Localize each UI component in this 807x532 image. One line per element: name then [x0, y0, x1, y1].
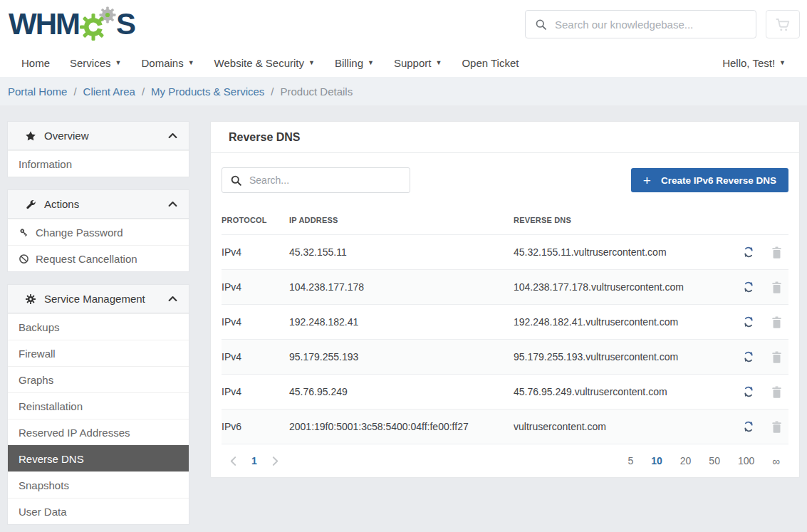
caret-down-icon: ▼: [368, 60, 374, 66]
breadcrumb-client-area[interactable]: Client Area: [83, 85, 135, 98]
pagination: 1 5 10 20 50 100 ∞: [222, 444, 788, 477]
sidebar-item-change-password[interactable]: Change Password: [8, 219, 189, 245]
nav-item-open-ticket[interactable]: Open Ticket: [462, 57, 519, 69]
nav-item-home[interactable]: Home: [21, 57, 50, 69]
cell-reverse-dns: 104.238.177.178.vultrusercontent.com: [514, 281, 720, 293]
table-row: IPv4 45.76.95.249 45.76.95.249.vultruser…: [222, 374, 788, 409]
caret-down-icon: ▼: [188, 60, 194, 66]
breadcrumb-portal-home[interactable]: Portal Home: [8, 85, 67, 98]
create-ipv6-reverse-dns-button[interactable]: + Create IPv6 Reverse DNS: [631, 168, 788, 192]
sidebar-item-information[interactable]: Information: [8, 150, 189, 177]
sidebar-item-reinstallation[interactable]: Reinstallation: [8, 392, 189, 419]
nav-item-billing[interactable]: Billing ▼: [335, 57, 374, 69]
reverse-dns-card: Reverse DNS + Create IPv6 Reverse DNS: [210, 121, 800, 478]
cart-button[interactable]: [766, 10, 800, 38]
table-row: IPv4 192.248.182.41 192.248.182.41.vultr…: [222, 304, 788, 339]
delete-button[interactable]: [771, 385, 783, 399]
cell-protocol: IPv4: [222, 316, 289, 328]
nav-item-website-security[interactable]: Website & Security ▼: [214, 57, 315, 69]
trash-icon: [771, 246, 783, 259]
refresh-button[interactable]: [741, 280, 756, 294]
table-row: IPv6 2001:19f0:5001:3c58:5400:04ff:fe00:…: [222, 409, 788, 444]
cell-reverse-dns: 45.32.155.11.vultrusercontent.com: [514, 246, 720, 258]
sidebar-item-snapshots[interactable]: Snapshots: [8, 471, 189, 498]
key-icon: [19, 227, 29, 238]
sidebar: Overview Information Actions: [7, 121, 189, 532]
knowledgebase-search-input[interactable]: [555, 19, 746, 31]
refresh-button[interactable]: [741, 315, 756, 329]
chevron-up-icon: [168, 201, 177, 207]
refresh-button[interactable]: [741, 350, 756, 364]
table-toolbar: + Create IPv6 Reverse DNS: [222, 167, 788, 193]
cell-ip-address: 2001:19f0:5001:3c58:5400:04ff:fe00:ff27: [289, 421, 514, 432]
service-management-panel-header[interactable]: Service Management: [8, 285, 189, 313]
table-search-input[interactable]: [249, 174, 402, 186]
cell-ip-address: 45.76.95.249: [289, 386, 514, 397]
actions-panel-header[interactable]: Actions: [8, 190, 189, 219]
breadcrumb-separator: /: [73, 85, 76, 98]
page-size-unlimited[interactable]: ∞: [772, 455, 780, 467]
logo-text-left: WHM: [9, 7, 79, 41]
previous-page-button[interactable]: [230, 456, 236, 466]
page-number[interactable]: 1: [251, 455, 257, 466]
sidebar-item-request-cancellation[interactable]: Request Cancellation: [8, 245, 189, 271]
page-size-20[interactable]: 20: [680, 455, 692, 466]
page-title: Reverse DNS: [211, 122, 799, 153]
table-row: IPv4 95.179.255.193 95.179.255.193.vultr…: [222, 339, 788, 374]
chevron-up-icon: [168, 296, 177, 302]
table-row: IPv4 45.32.155.11 45.32.155.11.vultruser…: [222, 234, 788, 269]
search-icon: [230, 174, 242, 187]
panel-title: Overview: [44, 130, 89, 142]
panel-title: Service Management: [44, 293, 145, 305]
cell-protocol: IPv6: [222, 421, 289, 432]
refresh-icon: [741, 419, 756, 434]
overview-panel-header[interactable]: Overview: [8, 122, 189, 150]
cell-reverse-dns: 192.248.182.41.vultrusercontent.com: [514, 316, 720, 328]
trash-icon: [771, 281, 783, 294]
caret-down-icon: ▼: [435, 60, 442, 66]
cell-ip-address: 45.32.155.11: [289, 246, 514, 258]
sidebar-item-graphs[interactable]: Graphs: [8, 366, 189, 392]
breadcrumb-my-products[interactable]: My Products & Services: [151, 85, 264, 98]
trash-icon: [771, 385, 783, 399]
caret-down-icon: ▼: [308, 60, 315, 66]
nav-item-services[interactable]: Services ▼: [70, 57, 121, 69]
page-size-10[interactable]: 10: [651, 455, 662, 466]
next-page-button[interactable]: [272, 456, 278, 466]
caret-down-icon: ▼: [115, 60, 122, 66]
page-size-100[interactable]: 100: [738, 455, 754, 466]
page-size-5[interactable]: 5: [628, 455, 633, 466]
sidebar-item-backups[interactable]: Backups: [8, 313, 189, 340]
column-header-protocol: PROTOCOL: [222, 216, 289, 224]
column-header-reverse-dns: REVERSE DNS: [514, 216, 720, 224]
cell-protocol: IPv4: [222, 246, 289, 258]
breadcrumb-current: Product Details: [280, 85, 353, 98]
refresh-icon: [741, 315, 756, 329]
delete-button[interactable]: [771, 281, 783, 294]
refresh-button[interactable]: [741, 385, 756, 399]
delete-button[interactable]: [771, 350, 783, 364]
delete-button[interactable]: [771, 246, 783, 259]
page-size-50[interactable]: 50: [709, 455, 720, 466]
account-menu[interactable]: Hello, Test! ▼: [722, 57, 786, 69]
delete-button[interactable]: [771, 420, 783, 434]
table-body: IPv4 45.32.155.11 45.32.155.11.vultruser…: [222, 234, 788, 444]
refresh-button[interactable]: [741, 245, 756, 259]
sidebar-item-user-data[interactable]: User Data: [8, 498, 189, 524]
nav-item-support[interactable]: Support ▼: [394, 57, 442, 69]
cell-protocol: IPv4: [222, 281, 289, 293]
nav-item-domains[interactable]: Domains ▼: [141, 57, 194, 69]
breadcrumb-separator: /: [271, 85, 274, 98]
whmcs-logo[interactable]: WHM: [9, 6, 135, 43]
refresh-button[interactable]: [741, 419, 756, 434]
sidebar-item-reserved-ip-addresses[interactable]: Reserved IP Addresses: [8, 419, 189, 445]
table-search: [222, 167, 410, 193]
logo-text-right: S: [116, 7, 135, 41]
sidebar-item-reverse-dns[interactable]: Reverse DNS: [8, 445, 189, 471]
cell-ip-address: 95.179.255.193: [289, 351, 514, 363]
sidebar-item-firewall[interactable]: Firewall: [8, 340, 189, 366]
delete-button[interactable]: [771, 315, 783, 329]
table-row: IPv4 104.238.177.178 104.238.177.178.vul…: [222, 269, 788, 304]
cell-protocol: IPv4: [222, 351, 289, 363]
refresh-icon: [741, 350, 756, 364]
